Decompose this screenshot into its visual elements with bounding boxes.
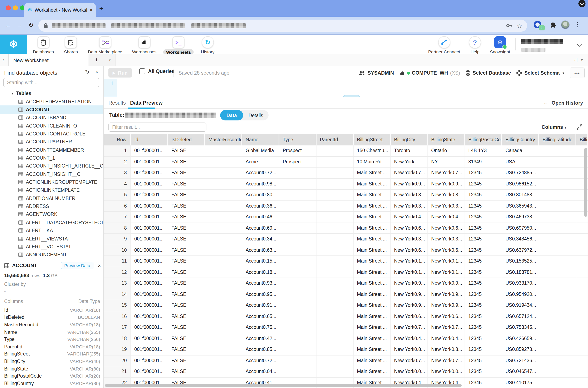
grid-cell[interactable]	[280, 223, 316, 233]
grid-cell[interactable]	[205, 322, 242, 333]
sidebar-table-item[interactable]: ACTIONLINKTEMPLATE	[0, 186, 104, 194]
grid-cell[interactable]: 001f000001...	[131, 311, 168, 322]
grid-cell[interactable]: FALSE	[168, 168, 205, 178]
row-number-cell[interactable]: 18	[104, 333, 131, 344]
grid-cell[interactable]: New York0.4...	[428, 333, 465, 344]
new-tab-button[interactable]: +	[99, 5, 103, 12]
grid-cell[interactable]: New York0.8...	[428, 344, 465, 355]
grid-row[interactable]: 2001f000001...FALSEAcmeProspect10 Main R…	[104, 156, 588, 168]
row-number-cell[interactable]: 2	[104, 156, 131, 167]
columns-dropdown[interactable]: Columns▾	[541, 124, 566, 130]
grid-cell[interactable]: Account0.91...	[242, 300, 280, 311]
vertical-scrollbar[interactable]	[584, 148, 587, 217]
forward-button[interactable]: →	[17, 21, 23, 28]
grid-cell[interactable]: Main Street ...	[354, 366, 391, 377]
sidebar-table-item[interactable]: ALERT__VOTESTAT	[0, 242, 104, 251]
grid-cell[interactable]	[576, 256, 588, 267]
grid-cell[interactable]: New York0.1...	[428, 256, 465, 267]
grid-row[interactable]: 15001f000001...FALSEAccount0.91...Main S…	[104, 300, 588, 311]
grid-cell[interactable]: New York0.6...	[428, 311, 465, 322]
row-number-cell[interactable]: 9	[104, 234, 131, 244]
grid-cell[interactable]: Account0.80...	[242, 190, 280, 200]
grid-cell[interactable]: FALSE	[168, 156, 205, 167]
grid-cell[interactable]	[205, 355, 242, 366]
grid-cell[interactable]: Main Street ...	[354, 212, 391, 222]
grid-cell[interactable]: FALSE	[168, 146, 205, 156]
grid-cell[interactable]: 001f000001...	[131, 156, 168, 167]
grid-cell[interactable]: New York0.9...	[428, 300, 465, 311]
grid-cell[interactable]	[576, 234, 588, 244]
grid-cell[interactable]	[316, 289, 354, 300]
extensions-puzzle-icon[interactable]	[550, 22, 556, 29]
grid-cell[interactable]: 10 Main Rd.	[354, 156, 391, 167]
grid-column-header[interactable]: ParentId	[316, 134, 354, 146]
data-toggle-button[interactable]: Data	[220, 110, 243, 121]
grid-cell[interactable]	[316, 212, 354, 222]
grid-cell[interactable]: US0.697950...	[502, 223, 539, 233]
sidebar-table-item[interactable]: ACCOUNTCLEANINFO	[0, 122, 104, 130]
grid-cell[interactable]	[539, 212, 576, 222]
row-number-cell[interactable]: 21	[104, 366, 131, 377]
grid-cell[interactable]	[205, 311, 242, 322]
grid-cell[interactable]: New York0.6...	[391, 311, 428, 322]
grid-column-header[interactable]: Type	[280, 134, 316, 146]
chevron-down-icon[interactable]	[577, 41, 582, 47]
grid-cell[interactable]	[280, 256, 316, 267]
grid-cell[interactable]: US0.859278...	[502, 344, 539, 355]
grid-row[interactable]: 1001f000001...FALSEGlobal MediaProspect1…	[104, 146, 588, 156]
grid-cell[interactable]: US0.365943...	[502, 201, 539, 211]
grid-cell[interactable]: 12345	[465, 168, 502, 178]
filter-input[interactable]: Filter result...	[108, 122, 206, 132]
grid-cell[interactable]	[539, 333, 576, 344]
grid-cell[interactable]: New York0.4...	[428, 212, 465, 222]
chevron-left-icon[interactable]: ‹	[2, 57, 4, 63]
grid-cell[interactable]: Prospect	[280, 156, 316, 167]
grid-cell[interactable]	[280, 179, 316, 189]
grid-cell[interactable]: FALSE	[168, 223, 205, 233]
grid-cell[interactable]: New York0.7...	[391, 168, 428, 178]
grid-cell[interactable]: New York0.0...	[391, 366, 428, 377]
grid-cell[interactable]: 001f000001...	[131, 168, 168, 178]
grid-cell[interactable]	[316, 322, 354, 333]
grid-row[interactable]: 17001f000001...FALSEAccount0.75...Main S…	[104, 322, 588, 333]
grid-cell[interactable]: Main Street ...	[354, 245, 391, 255]
grid-cell[interactable]: 12345	[465, 212, 502, 222]
grid-cell[interactable]: New York0.1...	[391, 267, 428, 278]
sidebar-table-item[interactable]: ANNOUNCEMENT	[0, 251, 104, 259]
grid-cell[interactable]: New York0.9...	[391, 300, 428, 311]
grid-cell[interactable]: Prospect	[280, 146, 316, 156]
grid-cell[interactable]: Main Street ...	[354, 300, 391, 311]
grid-cell[interactable]: 001f000001...	[131, 289, 168, 300]
snowflake-logo[interactable]: ❄	[0, 35, 27, 54]
grid-cell[interactable]	[539, 179, 576, 189]
grid-cell[interactable]: Account0.42...	[242, 333, 280, 344]
grid-cell[interactable]: Account0.04...	[242, 366, 280, 377]
grid-cell[interactable]: New York0.7...	[428, 322, 465, 333]
address-bar[interactable]: ☆	[38, 20, 527, 32]
grid-row[interactable]: 4001f000001...FALSEAccount0.98...Main St…	[104, 179, 588, 190]
grid-cell[interactable]	[280, 300, 316, 311]
grid-cell[interactable]: Main Street ...	[354, 289, 391, 300]
grid-cell[interactable]: Main Street ...	[354, 179, 391, 189]
grid-row[interactable]: 18001f000001...FALSEAccount0.42...Main S…	[104, 333, 588, 344]
grid-cell[interactable]	[280, 234, 316, 244]
row-number-cell[interactable]: 10	[104, 245, 131, 255]
grid-cell[interactable]: Main Street ...	[354, 322, 391, 333]
grid-cell[interactable]: 12345	[465, 190, 502, 200]
grid-cell[interactable]	[539, 146, 576, 156]
grid-cell[interactable]: New York0.4...	[391, 212, 428, 222]
grid-cell[interactable]: US0.724885...	[502, 168, 539, 178]
reload-button[interactable]: ↻	[28, 21, 34, 29]
grid-row[interactable]: 21001f000001...FALSEAccount0.04...Main S…	[104, 366, 588, 377]
horizontal-scrollbar[interactable]	[105, 384, 462, 387]
grid-cell[interactable]: FALSE	[168, 322, 205, 333]
sidebar-table-item[interactable]: ADDRESS	[0, 202, 104, 211]
warehouse-selector[interactable]: COMPUTE_WH (XS)	[399, 70, 460, 76]
expand-fullscreen-icon[interactable]	[577, 124, 582, 131]
browser-profile-badge[interactable]	[578, 0, 586, 7]
grid-cell[interactable]: Main Street ...	[354, 333, 391, 344]
grid-cell[interactable]	[539, 156, 576, 167]
grid-cell[interactable]: US0.986152...	[502, 179, 539, 189]
traffic-light-minimize[interactable]	[13, 5, 18, 10]
grid-cell[interactable]: New York0.9...	[428, 278, 465, 289]
